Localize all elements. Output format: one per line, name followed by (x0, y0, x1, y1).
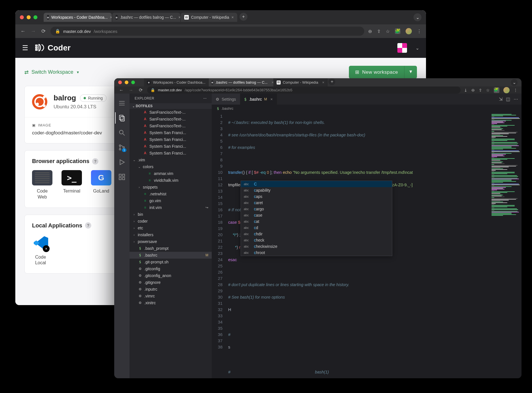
tree-file[interactable]: ASanFranciscoText-... (130, 116, 212, 122)
tree-file[interactable]: ⚙.gitconfig (130, 265, 212, 272)
tree-file[interactable]: ASystem San Franci... (130, 150, 212, 157)
close-window-icon[interactable] (20, 15, 24, 19)
autocomplete-item[interactable]: abccaret (241, 200, 392, 206)
user-menu-caret-icon[interactable]: ⌄ (416, 45, 419, 51)
tree-folder[interactable]: ⌄colors (130, 163, 212, 170)
tab-bashrc[interactable]: ⎈ .bashrc — dotfiles balrog — C... × (209, 78, 274, 86)
tree-folder[interactable]: ›bin (130, 211, 212, 218)
tree-folder[interactable]: ›snippets (130, 184, 212, 191)
tree-file[interactable]: ASystem San Franci... (130, 143, 212, 150)
autocomplete-item[interactable]: abccheck (241, 237, 392, 243)
tree-file[interactable]: ASanFranciscoText-... (130, 122, 212, 129)
tree-file[interactable]: $.bashrcM (130, 252, 212, 259)
run-debug-icon[interactable] (115, 155, 129, 169)
profile-avatar-icon[interactable] (503, 87, 510, 93)
app-code-web[interactable]: Code Web (32, 170, 52, 200)
new-tab-button[interactable]: + (328, 78, 335, 85)
tree-file[interactable]: ≡vividchalk.vim (130, 177, 212, 184)
autocomplete-item[interactable]: abcC (241, 181, 392, 187)
address-bar[interactable]: 🔒 master.cdr.dev/app/code?workspaceId=61… (147, 86, 461, 94)
tree-file[interactable]: ⚙.inputrc (130, 286, 212, 293)
breadcrumb[interactable]: $ .bashrc (212, 105, 522, 112)
switch-workspace-button[interactable]: ⇄ Switch Workspace ▼ (24, 69, 80, 75)
tree-folder[interactable]: ›installers (130, 231, 212, 238)
search-icon[interactable]: ⊖ (368, 29, 372, 34)
minimap[interactable] (490, 112, 522, 378)
tree-file[interactable]: ≡ammar.vim (130, 170, 212, 177)
minimize-window-icon[interactable] (125, 81, 128, 84)
app-goland[interactable]: G GoLand (91, 170, 111, 200)
user-avatar[interactable] (397, 43, 407, 53)
tree-folder[interactable]: ›etc (130, 225, 212, 231)
editor-tab-bashrc[interactable]: $ .bashrc M × (240, 94, 277, 105)
autocomplete-item[interactable]: abcchdir (241, 231, 392, 237)
tree-folder[interactable]: ›powersave (130, 238, 212, 245)
close-tab-icon[interactable]: × (272, 80, 274, 84)
editor-tab-settings[interactable]: ⚙ Settings (212, 94, 240, 105)
tab-wikipedia[interactable]: W Computer - Wikipedia × (274, 78, 328, 86)
share-icon[interactable]: ⇪ (479, 88, 482, 92)
tree-file[interactable]: ⚙.gitignore (130, 279, 212, 286)
back-icon[interactable]: ← (20, 28, 26, 34)
close-tab-icon[interactable]: × (322, 80, 325, 84)
menu-icon[interactable]: ☰ (22, 44, 28, 52)
more-actions-icon[interactable]: ⋯ (514, 96, 518, 102)
search-icon[interactable] (115, 126, 129, 140)
share-icon[interactable]: ⇪ (377, 29, 381, 34)
maximize-window-icon[interactable] (131, 81, 135, 84)
source-control-icon[interactable]: 1 (115, 141, 129, 154)
bookmark-icon[interactable]: ☆ (486, 88, 490, 92)
reload-icon[interactable]: ⟳ (40, 28, 46, 34)
kebab-menu-icon[interactable]: ⋮ (514, 88, 518, 92)
tree-file[interactable]: ⚙.vimrc (130, 293, 212, 299)
help-icon[interactable]: ? (92, 158, 98, 164)
tree-file[interactable]: $.bash_prompt (130, 245, 212, 252)
autocomplete-item[interactable]: abccaps (241, 193, 392, 200)
close-tab-icon[interactable]: × (270, 97, 273, 102)
tree-file[interactable]: ASystem San Franci... (130, 136, 212, 143)
extensions-icon[interactable]: 🧩 (494, 87, 499, 93)
profile-avatar-icon[interactable] (406, 28, 412, 34)
explorer-icon[interactable] (115, 111, 129, 125)
tree-folder[interactable]: ›coder (130, 218, 212, 225)
autocomplete-item[interactable]: abccase (241, 212, 392, 218)
autocomplete-item[interactable]: abcchroot (241, 250, 392, 256)
close-tab-icon[interactable]: × (110, 15, 112, 20)
address-bar[interactable]: 🔒 master.cdr.dev/workspaces (50, 27, 364, 36)
maximize-window-icon[interactable] (33, 15, 37, 19)
compare-changes-icon[interactable]: ⇲ (499, 96, 503, 102)
code-body[interactable]: # ~/.bashrc: executed by bash(1) for non… (226, 112, 490, 378)
autocomplete-item[interactable]: abccapability (241, 187, 392, 193)
tree-file[interactable]: ASystem San Franci... (130, 129, 212, 136)
autocomplete-item[interactable]: abccat (241, 218, 392, 225)
tab-bashrc[interactable]: ⎈ .bashrc — dotfiles balrog — C... × (112, 13, 180, 22)
back-icon[interactable]: ← (118, 88, 124, 93)
section-dotfiles[interactable]: ⌄ DOTFILES (130, 103, 212, 109)
reload-icon[interactable]: ⟳ (137, 87, 144, 93)
split-editor-icon[interactable]: ◫ (506, 96, 510, 102)
app-code-local[interactable]: × Code Local (32, 234, 49, 266)
install-app-icon[interactable]: ⤓ (464, 88, 467, 92)
tree-file[interactable]: ≡.netrwhist (130, 191, 212, 197)
new-workspace-dropdown[interactable]: ▼ (404, 66, 417, 79)
close-window-icon[interactable] (118, 81, 122, 84)
tree-file[interactable]: ⚙.gitconfig_anon (130, 272, 212, 279)
more-actions-icon[interactable]: ⋯ (203, 96, 207, 100)
tab-coder-workspaces[interactable]: ⎈ Workspaces - Coder Dashboa... × (44, 13, 112, 22)
autocomplete-popup[interactable]: abcCabccapabilityabccapsabccaretabccargo… (241, 181, 392, 256)
app-terminal[interactable]: >_ Terminal (62, 170, 82, 200)
tab-wikipedia[interactable]: W Computer - Wikipedia × (181, 13, 237, 22)
autocomplete-item[interactable]: abccargo (241, 206, 392, 212)
bookmark-icon[interactable]: ☆ (386, 29, 390, 34)
extensions-icon[interactable]: 🧩 (395, 28, 400, 34)
tab-coder-workspaces[interactable]: ⎈ Workspaces - Coder Dashboa... (144, 78, 209, 86)
tree-file[interactable]: $.git-prompt.sh (130, 259, 212, 265)
extensions-icon[interactable] (115, 170, 129, 184)
expand-tabs-icon[interactable]: ⌄ (414, 13, 421, 21)
tree-file[interactable]: ASanFranciscoText-... (130, 109, 212, 116)
close-tab-icon[interactable]: × (232, 15, 234, 20)
autocomplete-item[interactable]: abccheckwinsize (241, 243, 392, 250)
app-menu-icon[interactable] (115, 96, 129, 110)
coder-logo[interactable]: Coder (34, 43, 71, 52)
autocomplete-item[interactable]: abccd (241, 225, 392, 231)
